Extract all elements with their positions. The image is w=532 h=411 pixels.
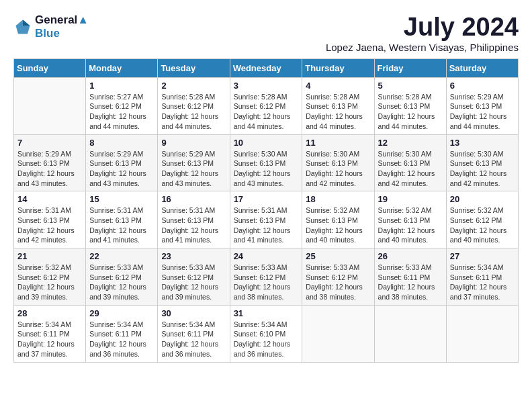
- day-detail: Sunrise: 5:29 AMSunset: 6:13 PMDaylight:…: [450, 92, 515, 132]
- day-number: 18: [306, 194, 370, 204]
- calendar-cell: 21Sunrise: 5:32 AMSunset: 6:12 PMDayligh…: [14, 248, 86, 306]
- calendar-cell: 8Sunrise: 5:29 AMSunset: 6:13 PMDaylight…: [86, 134, 158, 191]
- day-detail: Sunrise: 5:28 AMSunset: 6:13 PMDaylight:…: [306, 92, 370, 132]
- calendar-cell: 12Sunrise: 5:30 AMSunset: 6:13 PMDayligh…: [374, 134, 446, 191]
- header-cell-thursday: Thursday: [302, 58, 374, 77]
- day-detail: Sunrise: 5:29 AMSunset: 6:13 PMDaylight:…: [17, 149, 82, 189]
- day-number: 20: [450, 194, 515, 204]
- day-detail: Sunrise: 5:29 AMSunset: 6:13 PMDaylight:…: [161, 149, 226, 189]
- calendar-cell: 25Sunrise: 5:33 AMSunset: 6:12 PMDayligh…: [302, 248, 374, 306]
- day-detail: Sunrise: 5:29 AMSunset: 6:13 PMDaylight:…: [89, 149, 154, 189]
- day-detail: Sunrise: 5:33 AMSunset: 6:11 PMDaylight:…: [378, 263, 443, 302]
- day-number: 1: [89, 81, 154, 91]
- week-row-4: 21Sunrise: 5:32 AMSunset: 6:12 PMDayligh…: [14, 248, 519, 306]
- calendar-cell: 3Sunrise: 5:28 AMSunset: 6:12 PMDaylight…: [230, 77, 302, 134]
- calendar-cell: [302, 305, 374, 362]
- day-number: 25: [306, 251, 370, 261]
- day-detail: Sunrise: 5:31 AMSunset: 6:13 PMDaylight:…: [161, 205, 226, 245]
- calendar-cell: 7Sunrise: 5:29 AMSunset: 6:13 PMDaylight…: [14, 134, 86, 191]
- day-number: 9: [161, 138, 226, 148]
- day-detail: Sunrise: 5:30 AMSunset: 6:13 PMDaylight:…: [378, 149, 443, 189]
- day-detail: Sunrise: 5:34 AMSunset: 6:11 PMDaylight:…: [450, 263, 515, 302]
- day-number: 27: [450, 251, 515, 261]
- calendar-cell: 11Sunrise: 5:30 AMSunset: 6:13 PMDayligh…: [302, 134, 374, 191]
- day-detail: Sunrise: 5:33 AMSunset: 6:12 PMDaylight:…: [161, 263, 226, 302]
- subtitle: Lopez Jaena, Western Visayas, Philippine…: [326, 42, 519, 53]
- day-number: 11: [306, 138, 370, 148]
- header-cell-sunday: Sunday: [14, 58, 86, 77]
- header: General▲ Blue July 2024 Lopez Jaena, Wes…: [13, 13, 519, 53]
- calendar-cell: 20Sunrise: 5:32 AMSunset: 6:12 PMDayligh…: [446, 191, 518, 248]
- day-detail: Sunrise: 5:34 AMSunset: 6:11 PMDaylight:…: [17, 320, 82, 359]
- week-row-2: 7Sunrise: 5:29 AMSunset: 6:13 PMDaylight…: [14, 134, 519, 191]
- day-number: 19: [378, 194, 443, 204]
- day-number: 23: [161, 251, 226, 261]
- day-number: 16: [161, 194, 226, 204]
- day-number: 12: [378, 138, 443, 148]
- calendar-cell: 19Sunrise: 5:32 AMSunset: 6:13 PMDayligh…: [374, 191, 446, 248]
- calendar-cell: 30Sunrise: 5:34 AMSunset: 6:11 PMDayligh…: [158, 305, 230, 362]
- day-number: 13: [450, 138, 515, 148]
- header-cell-friday: Friday: [374, 58, 446, 77]
- day-number: 30: [161, 308, 226, 318]
- logo: General▲ Blue: [13, 13, 89, 40]
- day-detail: Sunrise: 5:28 AMSunset: 6:12 PMDaylight:…: [234, 92, 299, 132]
- day-detail: Sunrise: 5:30 AMSunset: 6:13 PMDaylight:…: [450, 149, 515, 189]
- calendar-cell: 13Sunrise: 5:30 AMSunset: 6:13 PMDayligh…: [446, 134, 518, 191]
- day-detail: Sunrise: 5:34 AMSunset: 6:10 PMDaylight:…: [234, 320, 299, 359]
- day-detail: Sunrise: 5:32 AMSunset: 6:13 PMDaylight:…: [378, 205, 443, 245]
- day-detail: Sunrise: 5:30 AMSunset: 6:13 PMDaylight:…: [306, 149, 370, 189]
- day-detail: Sunrise: 5:32 AMSunset: 6:12 PMDaylight:…: [450, 205, 515, 245]
- calendar-cell: 2Sunrise: 5:28 AMSunset: 6:12 PMDaylight…: [158, 77, 230, 134]
- week-row-3: 14Sunrise: 5:31 AMSunset: 6:13 PMDayligh…: [14, 191, 519, 248]
- week-row-5: 28Sunrise: 5:34 AMSunset: 6:11 PMDayligh…: [14, 305, 519, 362]
- day-detail: Sunrise: 5:33 AMSunset: 6:12 PMDaylight:…: [306, 263, 370, 302]
- day-detail: Sunrise: 5:33 AMSunset: 6:12 PMDaylight:…: [89, 263, 154, 302]
- calendar-cell: 23Sunrise: 5:33 AMSunset: 6:12 PMDayligh…: [158, 248, 230, 306]
- title-area: July 2024 Lopez Jaena, Western Visayas, …: [326, 13, 519, 53]
- day-number: 10: [234, 138, 299, 148]
- day-detail: Sunrise: 5:31 AMSunset: 6:13 PMDaylight:…: [89, 205, 154, 245]
- calendar-cell: 5Sunrise: 5:28 AMSunset: 6:13 PMDaylight…: [374, 77, 446, 134]
- calendar-cell: [374, 305, 446, 362]
- day-number: 29: [89, 308, 154, 318]
- day-number: 14: [17, 194, 82, 204]
- main-title: July 2024: [326, 13, 519, 42]
- logo-text: General▲ Blue: [35, 13, 89, 40]
- header-cell-monday: Monday: [86, 58, 158, 77]
- calendar-cell: 28Sunrise: 5:34 AMSunset: 6:11 PMDayligh…: [14, 305, 86, 362]
- day-detail: Sunrise: 5:30 AMSunset: 6:13 PMDaylight:…: [234, 149, 299, 189]
- day-number: 24: [234, 251, 299, 261]
- day-number: 17: [234, 194, 299, 204]
- calendar-cell: 15Sunrise: 5:31 AMSunset: 6:13 PMDayligh…: [86, 191, 158, 248]
- day-number: 5: [378, 81, 443, 91]
- svg-marker-2: [23, 20, 30, 26]
- calendar-cell: 18Sunrise: 5:32 AMSunset: 6:13 PMDayligh…: [302, 191, 374, 248]
- day-detail: Sunrise: 5:34 AMSunset: 6:11 PMDaylight:…: [161, 320, 226, 359]
- calendar-cell: 16Sunrise: 5:31 AMSunset: 6:13 PMDayligh…: [158, 191, 230, 248]
- day-detail: Sunrise: 5:32 AMSunset: 6:12 PMDaylight:…: [17, 263, 82, 302]
- logo-icon: [13, 17, 32, 36]
- calendar-cell: 26Sunrise: 5:33 AMSunset: 6:11 PMDayligh…: [374, 248, 446, 306]
- calendar-cell: 4Sunrise: 5:28 AMSunset: 6:13 PMDaylight…: [302, 77, 374, 134]
- day-number: 8: [89, 138, 154, 148]
- calendar-cell: 22Sunrise: 5:33 AMSunset: 6:12 PMDayligh…: [86, 248, 158, 306]
- day-number: 4: [306, 81, 370, 91]
- calendar-cell: 29Sunrise: 5:34 AMSunset: 6:11 PMDayligh…: [86, 305, 158, 362]
- day-number: 2: [161, 81, 226, 91]
- day-number: 26: [378, 251, 443, 261]
- day-number: 21: [17, 251, 82, 261]
- day-number: 7: [17, 138, 82, 148]
- header-cell-saturday: Saturday: [446, 58, 518, 77]
- header-cell-tuesday: Tuesday: [158, 58, 230, 77]
- calendar-cell: [14, 77, 86, 134]
- calendar-cell: 10Sunrise: 5:30 AMSunset: 6:13 PMDayligh…: [230, 134, 302, 191]
- day-number: 6: [450, 81, 515, 91]
- calendar-cell: 24Sunrise: 5:33 AMSunset: 6:12 PMDayligh…: [230, 248, 302, 306]
- calendar-cell: 31Sunrise: 5:34 AMSunset: 6:10 PMDayligh…: [230, 305, 302, 362]
- header-cell-wednesday: Wednesday: [230, 58, 302, 77]
- day-number: 28: [17, 308, 82, 318]
- calendar-cell: 14Sunrise: 5:31 AMSunset: 6:13 PMDayligh…: [14, 191, 86, 248]
- calendar-table: SundayMondayTuesdayWednesdayThursdayFrid…: [13, 58, 519, 363]
- header-row: SundayMondayTuesdayWednesdayThursdayFrid…: [14, 58, 519, 77]
